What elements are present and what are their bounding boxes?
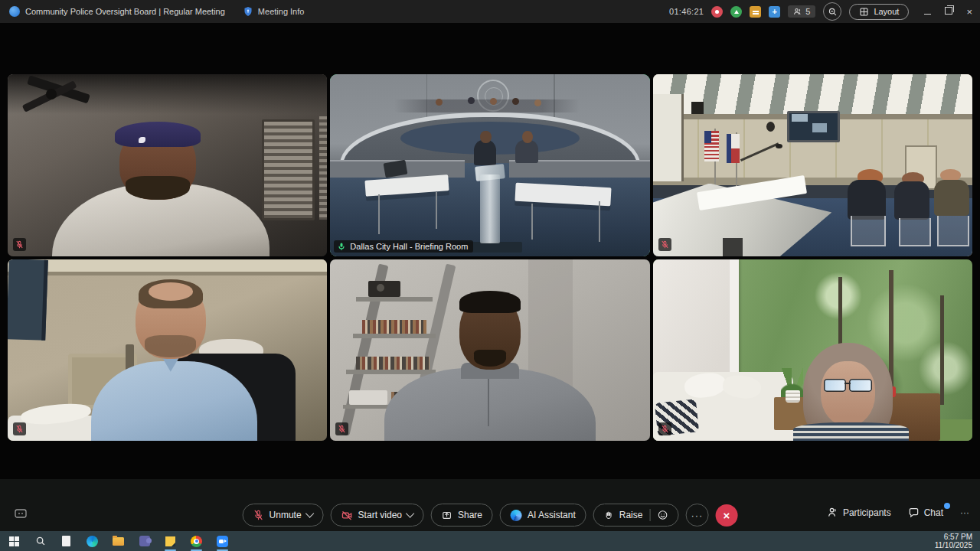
taskbar-search-button[interactable] — [34, 535, 47, 548]
council-member-head — [490, 98, 497, 105]
taskbar-edge-button[interactable] — [86, 535, 99, 548]
video-tile-participant-4[interactable] — [8, 259, 327, 442]
glass-podium — [480, 174, 499, 243]
video-tile-participant-6[interactable] — [653, 259, 972, 442]
table-leg — [531, 204, 533, 240]
video-scene — [653, 259, 972, 442]
unmute-options-chevron[interactable] — [305, 509, 314, 517]
zoom-magnifier-button[interactable] — [823, 2, 841, 21]
share-screen-icon — [442, 510, 452, 520]
participants-count[interactable]: 5 — [788, 5, 815, 18]
unmute-button[interactable]: Unmute — [243, 504, 324, 527]
captions-icon — [14, 507, 28, 520]
mic-off-icon — [253, 510, 264, 520]
chat-alert-icon[interactable] — [750, 6, 761, 18]
participants-button[interactable]: Participants — [827, 507, 891, 518]
taskbar-explorer-button[interactable] — [112, 535, 125, 548]
video-tile-participant-5[interactable] — [330, 259, 649, 442]
minimize-icon — [924, 14, 931, 15]
taskbar-teams-button[interactable] — [138, 535, 151, 548]
taskbar-notepad-button[interactable] — [60, 535, 73, 548]
taskbar-zoom-button[interactable] — [216, 535, 229, 548]
books-row — [362, 320, 426, 334]
layout-button[interactable]: Layout — [849, 4, 909, 20]
table-leg — [436, 192, 437, 229]
more-panels-button[interactable]: ··· — [960, 507, 969, 518]
seated-council-row — [394, 99, 580, 112]
ai-assistant-button[interactable]: AI Assistant — [500, 504, 586, 527]
video-options-chevron[interactable] — [406, 509, 414, 517]
live-stream-icon[interactable] — [730, 6, 742, 18]
participants-count-value: 5 — [805, 7, 810, 16]
windows-taskbar: 6:57 PM 11/10/2025 — [0, 531, 980, 551]
windows-logo-icon — [9, 536, 19, 546]
magnifier-icon — [828, 7, 838, 17]
open-app-indicator — [165, 549, 176, 551]
window-controls: × — [924, 6, 972, 18]
share-button[interactable]: Share — [431, 504, 493, 527]
person-head — [821, 361, 875, 427]
taskbar-clock[interactable]: 6:57 PM 11/10/2025 — [935, 533, 980, 549]
recording-indicator-icon[interactable] — [711, 6, 723, 18]
raise-reactions-group: Raise — [593, 504, 679, 527]
person-beard — [145, 335, 196, 357]
glasses-right-lens — [849, 379, 871, 392]
officer-torso — [894, 181, 929, 220]
muted-mic-badge — [658, 238, 671, 251]
chat-icon — [908, 507, 920, 518]
taskbar-stickynotes-button[interactable] — [164, 535, 177, 548]
chat-button[interactable]: Chat — [908, 507, 943, 518]
minimize-button[interactable] — [924, 7, 931, 16]
meeting-info-button[interactable]: Meeting Info — [243, 6, 305, 17]
ceiling — [8, 259, 327, 272]
start-video-button[interactable]: Start video — [331, 504, 424, 527]
taskbar-chrome-button[interactable] — [190, 535, 203, 548]
search-icon — [35, 536, 46, 546]
reactions-smiley-icon[interactable] — [657, 510, 668, 520]
glasses-bridge — [844, 383, 851, 384]
more-options-button[interactable]: ··· — [685, 504, 708, 527]
close-button[interactable]: × — [966, 6, 972, 18]
raise-hand-icon — [604, 510, 614, 520]
attendee-torso — [934, 180, 969, 217]
video-tile-conference-room[interactable] — [653, 74, 972, 256]
chat-alert-lines — [753, 11, 759, 12]
shelf — [346, 370, 436, 374]
mic-off-icon — [15, 240, 24, 249]
chat-label: Chat — [924, 507, 943, 518]
unmute-label: Unmute — [270, 510, 302, 520]
zoom-app-icon — [9, 6, 20, 17]
video-scene — [8, 74, 327, 256]
captions-button[interactable] — [14, 507, 28, 523]
us-flag-canton — [704, 131, 711, 144]
document-icon — [62, 536, 70, 546]
share-label: Share — [458, 510, 482, 520]
chrome-icon — [191, 536, 202, 547]
participants-label: Participants — [843, 507, 891, 518]
raise-label[interactable]: Raise — [619, 510, 643, 520]
sweater-zip — [488, 379, 489, 426]
title-bar-left: Community Police Oversight Board | Regul… — [0, 6, 304, 17]
video-tile-dallas-city-hall[interactable]: Dallas City Hall - Briefing Room — [330, 74, 649, 256]
panel-controls-group: Participants Chat ··· — [827, 507, 969, 518]
ceiling-trim — [8, 272, 327, 276]
participant-name-label: Dallas City Hall - Briefing Room — [334, 240, 473, 253]
notes-alert-icon[interactable]: + — [769, 6, 780, 18]
restore-button[interactable] — [945, 7, 952, 16]
seated-speaker-head — [522, 131, 533, 144]
meeting-control-bar: Unmute Start video Share AI Assistant — [0, 479, 980, 531]
teams-icon — [139, 536, 150, 546]
video-tile-participant-1[interactable] — [8, 74, 327, 256]
shelf — [353, 334, 436, 338]
video-scene — [330, 74, 649, 256]
meeting-timer: 01:46:21 — [669, 7, 704, 16]
wall-panel-line — [554, 74, 555, 122]
ai-assistant-label: AI Assistant — [528, 510, 576, 520]
sticky-notes-icon — [165, 536, 175, 546]
edge-browser-icon — [87, 536, 98, 547]
start-button[interactable] — [8, 535, 21, 548]
window-blinds-edge — [319, 116, 327, 220]
leave-meeting-button[interactable]: × — [715, 504, 737, 527]
meeting-window: Community Police Oversight Board | Regul… — [0, 0, 980, 551]
video-scene — [653, 74, 972, 256]
